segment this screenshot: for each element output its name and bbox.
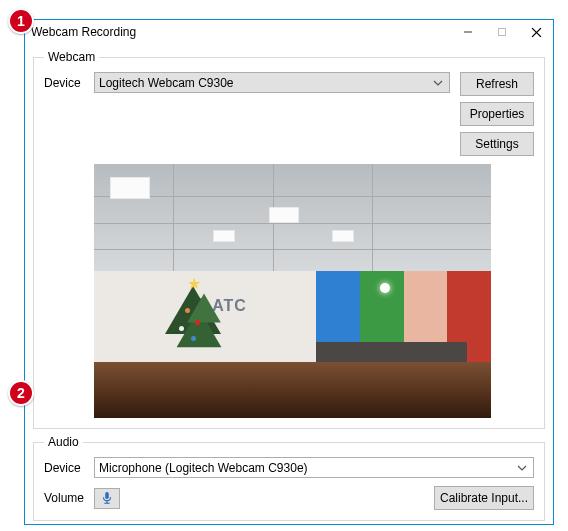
- microphone-icon-button[interactable]: [94, 488, 120, 509]
- annotation-badge-1: 1: [8, 8, 34, 34]
- footer: Record Close: [33, 527, 545, 531]
- star-icon: ★: [187, 274, 201, 293]
- audio-group: Audio Device Microphone (Logitech Webcam…: [33, 435, 545, 521]
- webcam-group: Webcam Device Logitech Webcam C930e Refr…: [33, 50, 545, 429]
- webcam-preview: ⠿ATC ★: [94, 164, 491, 418]
- annotation-badge-2: 2: [8, 380, 34, 406]
- window-title: Webcam Recording: [31, 25, 451, 39]
- chevron-down-icon: [431, 78, 445, 88]
- audio-legend: Audio: [44, 435, 83, 449]
- audio-device-label: Device: [44, 461, 86, 475]
- audio-device-select[interactable]: Microphone (Logitech Webcam C930e): [94, 457, 534, 478]
- svg-rect-4: [105, 492, 109, 499]
- refresh-button[interactable]: Refresh: [460, 72, 534, 96]
- calibrate-button[interactable]: Calibrate Input...: [434, 486, 534, 510]
- minimize-button[interactable]: [451, 20, 485, 44]
- close-window-button[interactable]: [519, 20, 553, 44]
- chevron-down-icon: [515, 463, 529, 473]
- properties-button[interactable]: Properties: [460, 102, 534, 126]
- webcam-device-label: Device: [44, 76, 86, 90]
- settings-button[interactable]: Settings: [460, 132, 534, 156]
- audio-device-value: Microphone (Logitech Webcam C930e): [99, 461, 515, 475]
- webcam-legend: Webcam: [44, 50, 99, 64]
- window: Webcam Recording Webcam Device Logitech …: [24, 19, 554, 525]
- maximize-button: [485, 20, 519, 44]
- webcam-device-select[interactable]: Logitech Webcam C930e: [94, 72, 450, 93]
- volume-label: Volume: [44, 491, 86, 505]
- microphone-icon: [100, 491, 114, 505]
- webcam-device-value: Logitech Webcam C930e: [99, 76, 431, 90]
- titlebar: Webcam Recording: [25, 20, 553, 44]
- svg-rect-1: [499, 29, 506, 36]
